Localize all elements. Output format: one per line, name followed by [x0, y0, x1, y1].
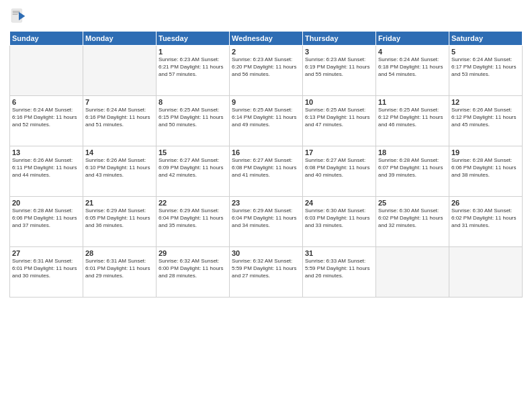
day-info: Sunrise: 6:30 AM Sunset: 6:02 PM Dayligh…: [378, 208, 447, 229]
day-number: 10: [305, 98, 373, 106]
day-number: 24: [305, 199, 373, 207]
column-header-monday: Monday: [83, 32, 157, 46]
day-number: 25: [378, 199, 447, 207]
day-info: Sunrise: 6:23 AM Sunset: 6:20 PM Dayligh…: [232, 56, 300, 78]
day-cell-20: 20Sunrise: 6:28 AM Sunset: 6:06 PM Dayli…: [10, 197, 83, 247]
day-number: 6: [12, 98, 81, 106]
day-info: Sunrise: 6:31 AM Sunset: 6:01 PM Dayligh…: [12, 258, 81, 279]
day-info: Sunrise: 6:29 AM Sunset: 6:04 PM Dayligh…: [159, 208, 227, 229]
day-info: Sunrise: 6:25 AM Sunset: 6:12 PM Dayligh…: [378, 107, 447, 128]
day-info: Sunrise: 6:25 AM Sunset: 6:15 PM Dayligh…: [159, 107, 227, 128]
day-number: 16: [232, 148, 300, 156]
day-info: Sunrise: 6:27 AM Sunset: 6:09 PM Dayligh…: [159, 157, 227, 179]
day-info: Sunrise: 6:27 AM Sunset: 6:08 PM Dayligh…: [305, 157, 373, 179]
day-number: 19: [451, 148, 520, 156]
day-number: 9: [232, 98, 300, 106]
day-info: Sunrise: 6:24 AM Sunset: 6:18 PM Dayligh…: [378, 56, 447, 78]
day-info: Sunrise: 6:28 AM Sunset: 6:06 PM Dayligh…: [12, 208, 81, 229]
empty-cell: [449, 247, 523, 298]
day-number: 7: [85, 98, 154, 106]
day-cell-23: 23Sunrise: 6:29 AM Sunset: 6:04 PM Dayli…: [230, 197, 303, 247]
day-number: 5: [451, 48, 520, 56]
page: SundayMondayTuesdayWednesdayThursdayFrid…: [0, 0, 532, 411]
day-cell-24: 24Sunrise: 6:30 AM Sunset: 6:03 PM Dayli…: [303, 197, 376, 247]
day-cell-19: 19Sunrise: 6:28 AM Sunset: 6:06 PM Dayli…: [449, 146, 523, 197]
day-info: Sunrise: 6:29 AM Sunset: 6:04 PM Dayligh…: [232, 208, 300, 229]
day-number: 18: [378, 148, 447, 156]
day-cell-3: 3Sunrise: 6:23 AM Sunset: 6:19 PM Daylig…: [303, 46, 376, 96]
day-cell-10: 10Sunrise: 6:25 AM Sunset: 6:13 PM Dayli…: [303, 96, 376, 146]
day-number: 8: [159, 98, 227, 106]
day-cell-26: 26Sunrise: 6:30 AM Sunset: 6:02 PM Dayli…: [449, 197, 523, 247]
day-cell-13: 13Sunrise: 6:26 AM Sunset: 6:11 PM Dayli…: [10, 146, 83, 197]
day-info: Sunrise: 6:26 AM Sunset: 6:11 PM Dayligh…: [12, 157, 81, 179]
column-header-sunday: Sunday: [10, 32, 83, 46]
day-cell-27: 27Sunrise: 6:31 AM Sunset: 6:01 PM Dayli…: [10, 247, 83, 298]
day-number: 27: [12, 249, 81, 257]
day-cell-30: 30Sunrise: 6:32 AM Sunset: 5:59 PM Dayli…: [230, 247, 303, 298]
day-number: 11: [378, 98, 447, 106]
day-cell-5: 5Sunrise: 6:24 AM Sunset: 6:17 PM Daylig…: [449, 46, 523, 96]
calendar-table: SundayMondayTuesdayWednesdayThursdayFrid…: [9, 31, 523, 298]
day-info: Sunrise: 6:28 AM Sunset: 6:07 PM Dayligh…: [378, 157, 447, 179]
day-cell-15: 15Sunrise: 6:27 AM Sunset: 6:09 PM Dayli…: [157, 146, 230, 197]
week-row-3: 13Sunrise: 6:26 AM Sunset: 6:11 PM Dayli…: [10, 146, 523, 197]
day-cell-7: 7Sunrise: 6:24 AM Sunset: 6:16 PM Daylig…: [83, 96, 157, 146]
week-row-5: 27Sunrise: 6:31 AM Sunset: 6:01 PM Dayli…: [10, 247, 523, 298]
day-info: Sunrise: 6:26 AM Sunset: 6:12 PM Dayligh…: [451, 107, 520, 128]
day-number: 23: [232, 199, 300, 207]
day-number: 1: [159, 48, 227, 56]
day-cell-14: 14Sunrise: 6:26 AM Sunset: 6:10 PM Dayli…: [83, 146, 157, 197]
day-cell-16: 16Sunrise: 6:27 AM Sunset: 6:08 PM Dayli…: [230, 146, 303, 197]
column-header-thursday: Thursday: [303, 32, 376, 46]
day-info: Sunrise: 6:24 AM Sunset: 6:17 PM Dayligh…: [451, 56, 520, 78]
day-number: 17: [305, 148, 373, 156]
day-cell-31: 31Sunrise: 6:33 AM Sunset: 5:59 PM Dayli…: [303, 247, 376, 298]
day-cell-1: 1Sunrise: 6:23 AM Sunset: 6:21 PM Daylig…: [157, 46, 230, 96]
day-number: 4: [378, 48, 447, 56]
day-info: Sunrise: 6:30 AM Sunset: 6:03 PM Dayligh…: [305, 208, 373, 229]
day-cell-9: 9Sunrise: 6:25 AM Sunset: 6:14 PM Daylig…: [230, 96, 303, 146]
day-info: Sunrise: 6:31 AM Sunset: 6:01 PM Dayligh…: [85, 258, 154, 279]
day-cell-28: 28Sunrise: 6:31 AM Sunset: 6:01 PM Dayli…: [83, 247, 157, 298]
day-number: 29: [159, 249, 227, 257]
day-number: 2: [232, 48, 300, 56]
day-info: Sunrise: 6:27 AM Sunset: 6:08 PM Dayligh…: [232, 157, 300, 179]
day-number: 12: [451, 98, 520, 106]
day-info: Sunrise: 6:32 AM Sunset: 5:59 PM Dayligh…: [232, 258, 300, 279]
day-cell-11: 11Sunrise: 6:25 AM Sunset: 6:12 PM Dayli…: [376, 96, 449, 146]
day-number: 13: [12, 148, 81, 156]
calendar-body: 1Sunrise: 6:23 AM Sunset: 6:21 PM Daylig…: [10, 46, 523, 298]
empty-cell: [83, 46, 157, 96]
empty-cell: [10, 46, 83, 96]
svg-rect-2: [13, 11, 20, 11]
day-info: Sunrise: 6:23 AM Sunset: 6:21 PM Dayligh…: [159, 56, 227, 78]
svg-rect-3: [13, 13, 20, 13]
day-info: Sunrise: 6:32 AM Sunset: 6:00 PM Dayligh…: [159, 258, 227, 279]
day-number: 31: [305, 249, 373, 257]
day-cell-6: 6Sunrise: 6:24 AM Sunset: 6:16 PM Daylig…: [10, 96, 83, 146]
day-info: Sunrise: 6:25 AM Sunset: 6:13 PM Dayligh…: [305, 107, 373, 128]
column-header-tuesday: Tuesday: [157, 32, 230, 46]
day-info: Sunrise: 6:30 AM Sunset: 6:02 PM Dayligh…: [451, 208, 520, 229]
logo: [9, 7, 31, 26]
column-header-wednesday: Wednesday: [230, 32, 303, 46]
day-info: Sunrise: 6:28 AM Sunset: 6:06 PM Dayligh…: [451, 157, 520, 179]
empty-cell: [376, 247, 449, 298]
day-number: 26: [451, 199, 520, 207]
svg-rect-4: [13, 14, 18, 15]
day-info: Sunrise: 6:29 AM Sunset: 6:05 PM Dayligh…: [85, 208, 154, 229]
day-number: 3: [305, 48, 373, 56]
day-number: 28: [85, 249, 154, 257]
day-cell-25: 25Sunrise: 6:30 AM Sunset: 6:02 PM Dayli…: [376, 197, 449, 247]
day-number: 14: [85, 148, 154, 156]
day-info: Sunrise: 6:25 AM Sunset: 6:14 PM Dayligh…: [232, 107, 300, 128]
column-header-saturday: Saturday: [449, 32, 523, 46]
column-header-friday: Friday: [376, 32, 449, 46]
day-number: 20: [12, 199, 81, 207]
logo-icon: [9, 7, 28, 26]
day-number: 21: [85, 199, 154, 207]
day-cell-4: 4Sunrise: 6:24 AM Sunset: 6:18 PM Daylig…: [376, 46, 449, 96]
day-info: Sunrise: 6:24 AM Sunset: 6:16 PM Dayligh…: [12, 107, 81, 128]
day-info: Sunrise: 6:33 AM Sunset: 5:59 PM Dayligh…: [305, 258, 373, 279]
